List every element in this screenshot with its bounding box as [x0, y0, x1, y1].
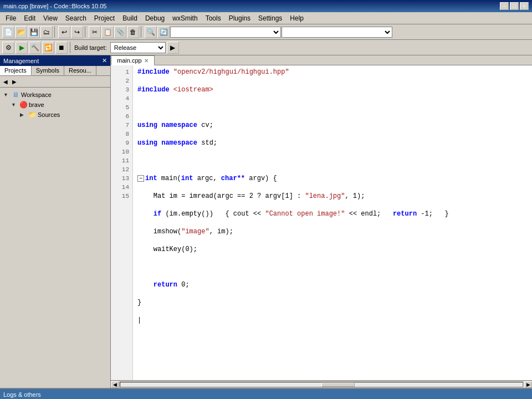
cut-button[interactable]: ✂: [89, 26, 101, 38]
next-build-target-button[interactable]: ▶: [167, 42, 179, 54]
menu-tools[interactable]: Tools: [202, 13, 224, 23]
search-combo2[interactable]: [282, 27, 392, 38]
redo-button[interactable]: ↪: [71, 26, 83, 38]
sources-label: Sources: [38, 111, 60, 118]
project-icon: 🔴: [19, 100, 28, 109]
build-button[interactable]: 🔨: [29, 42, 41, 54]
menu-search[interactable]: Search: [62, 13, 90, 23]
project-label: brave: [29, 101, 44, 108]
sidebar-tabs: Projects Symbols Resou...: [0, 66, 110, 76]
menu-build[interactable]: Build: [119, 13, 141, 23]
maximize-button[interactable]: □: [510, 2, 519, 10]
expander-workspace[interactable]: ▼: [3, 92, 11, 98]
menu-wxsmith[interactable]: wxSmith: [169, 13, 201, 23]
line-numbers: 12345 678910 1112131415: [111, 65, 133, 380]
menu-debug[interactable]: Debug: [142, 13, 168, 23]
expander-sources[interactable]: ▶: [20, 112, 28, 117]
menu-plugins[interactable]: Plugins: [226, 13, 254, 23]
build-target-select[interactable]: Release: [110, 42, 166, 53]
paste-button[interactable]: 📎: [114, 26, 126, 38]
editor-tab-main[interactable]: main.cpp ✕: [111, 55, 155, 65]
bottom-panel-header: Logs & others: [0, 389, 532, 399]
tree-item-workspace[interactable]: ▼ 🖥 Workspace: [2, 90, 108, 100]
menu-settings[interactable]: Settings: [255, 13, 285, 23]
save-button[interactable]: 💾: [28, 26, 40, 38]
toolbar-separator-3: [141, 27, 143, 38]
editor-tabs: main.cpp ✕: [111, 55, 532, 65]
undo-button[interactable]: ↩: [58, 26, 70, 38]
menu-help[interactable]: Help: [287, 13, 307, 23]
sidebar-close-icon[interactable]: ✕: [102, 57, 107, 64]
editor-tab-label: main.cpp: [117, 57, 142, 64]
delete-button[interactable]: 🗑: [127, 26, 139, 38]
menu-edit[interactable]: Edit: [21, 13, 39, 23]
bottom-panel: Logs & others 💡 Code::Blocks 🔍 Search re…: [0, 388, 532, 399]
main-area: Management ✕ Projects Symbols Resou... ◀…: [0, 55, 532, 388]
open-button[interactable]: 📂: [15, 26, 27, 38]
run-button[interactable]: ▶: [16, 42, 28, 54]
editor-area: main.cpp ✕ 12345 678910 1112131415 #incl…: [111, 55, 532, 388]
expander-brave[interactable]: ▼: [11, 102, 19, 108]
code-editor[interactable]: 12345 678910 1112131415 #include "opencv…: [111, 65, 532, 380]
rebuild-button[interactable]: 🔁: [42, 42, 54, 54]
menu-project[interactable]: Project: [91, 13, 118, 23]
new-button[interactable]: 📄: [2, 26, 14, 38]
scroll-right-btn[interactable]: ▶: [524, 381, 532, 388]
stop-button[interactable]: ⏹: [55, 42, 68, 54]
toolbar-separator-1: [54, 27, 57, 38]
build-target-label: Build target:: [74, 44, 107, 51]
menu-view[interactable]: View: [40, 13, 61, 23]
workspace-label: Workspace: [21, 91, 52, 98]
code-content[interactable]: #include "opencv2/highgui/highgui.hpp" #…: [133, 65, 532, 380]
menu-bar: File Edit View Search Project Build Debu…: [0, 12, 532, 24]
menu-file[interactable]: File: [2, 13, 19, 23]
sidebar-tab-projects[interactable]: Projects: [0, 66, 32, 75]
title-bar: main.cpp [brave] - Code::Blocks 10.05 − …: [0, 0, 532, 12]
logs-title: Logs & others: [3, 391, 41, 398]
tree-item-brave[interactable]: ▼ 🔴 brave: [2, 100, 108, 110]
build-sep: [70, 42, 72, 53]
editor-tab-close[interactable]: ✕: [144, 58, 149, 64]
scroll-thumb[interactable]: [321, 382, 355, 387]
sidebar-nav-next[interactable]: ▶: [10, 77, 19, 86]
window-controls: − □ ×: [500, 2, 529, 10]
build-and-run-button[interactable]: ⚙: [2, 42, 14, 54]
sidebar-tab-symbols[interactable]: Symbols: [32, 66, 64, 75]
toolbar-main: 📄 📂 💾 🗂 ↩ ↪ ✂ 📋 📎 🗑 🔍 🔄: [0, 24, 532, 40]
search-button[interactable]: 🔍: [145, 26, 157, 38]
scroll-left-btn[interactable]: ◀: [111, 381, 119, 388]
sources-folder-icon: 📁: [28, 110, 37, 119]
search-combo[interactable]: [170, 27, 281, 38]
replace-button[interactable]: 🔄: [157, 26, 170, 38]
horizontal-scrollbar[interactable]: ◀ ▶: [111, 380, 532, 388]
project-tree: ▼ 🖥 Workspace ▼ 🔴 brave ▶ 📁 Sources: [0, 88, 110, 388]
scroll-track[interactable]: [120, 382, 523, 387]
minimize-button[interactable]: −: [500, 2, 509, 10]
tree-item-sources[interactable]: ▶ 📁 Sources: [2, 110, 108, 120]
copy-button[interactable]: 📋: [101, 26, 114, 38]
sidebar-header: Management ✕: [0, 55, 110, 66]
toolbar-separator-2: [85, 27, 87, 38]
fold-indicator[interactable]: −: [137, 175, 144, 182]
sidebar: Management ✕ Projects Symbols Resou... ◀…: [0, 55, 111, 388]
close-button[interactable]: ×: [520, 2, 529, 10]
toolbar-build: ⚙ ▶ 🔨 🔁 ⏹ Build target: Release ▶: [0, 40, 532, 55]
sidebar-nav-prev[interactable]: ◀: [1, 77, 10, 86]
workspace-icon: 🖥: [11, 90, 20, 99]
sidebar-title: Management: [3, 58, 39, 64]
save-all-button[interactable]: 🗂: [40, 26, 53, 38]
sidebar-nav: ◀ ▶: [0, 76, 110, 88]
sidebar-tab-resources[interactable]: Resou...: [64, 66, 96, 75]
title-text: main.cpp [brave] - Code::Blocks 10.05: [3, 3, 106, 9]
